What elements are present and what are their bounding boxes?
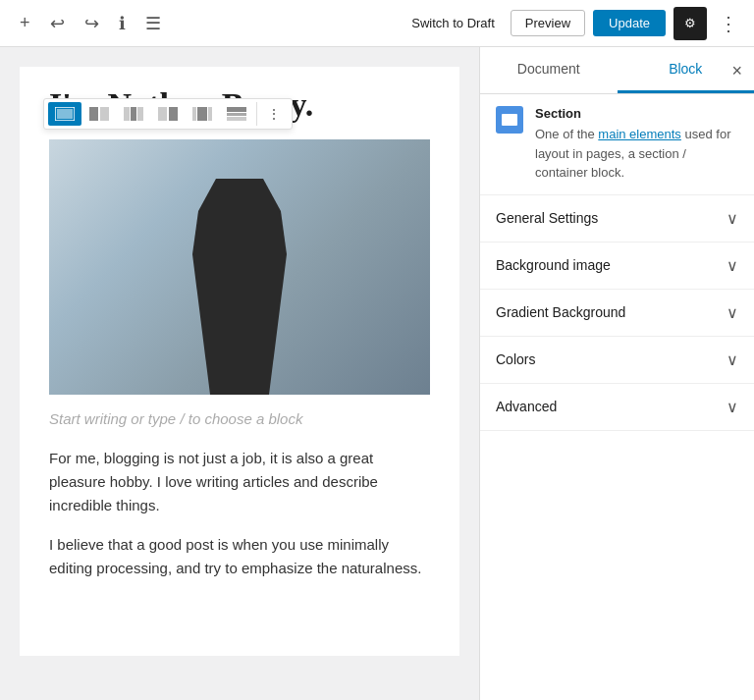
undo-button[interactable]: ↩ [42, 7, 73, 40]
svg-rect-5 [131, 107, 136, 121]
more-options-button[interactable]: ⋮ [715, 8, 742, 39]
desc-link[interactable]: main elements [598, 127, 681, 141]
svg-rect-2 [89, 107, 98, 121]
desc-start: One of the [535, 127, 598, 141]
update-button[interactable]: Update [593, 10, 666, 36]
layout-button-5[interactable] [220, 102, 253, 126]
svg-rect-1 [57, 109, 73, 119]
info-icon: ℹ [119, 13, 126, 34]
post-featured-image[interactable] [49, 139, 430, 395]
redo-button[interactable]: ↪ [77, 7, 107, 40]
chevron-down-icon: ∨ [727, 303, 738, 322]
gear-icon: ⚙ [684, 16, 696, 30]
block-type-description: One of the main elements used for layout… [535, 125, 738, 183]
accordion-title-advanced: Advanced [496, 399, 557, 414]
accordion-section-general-settings: General Settings ∨ [480, 195, 754, 242]
block-icon-inner [502, 114, 517, 126]
list-view-button[interactable]: ☰ [137, 7, 169, 40]
accordion-title-colors: Colors [496, 351, 535, 367]
svg-rect-3 [100, 107, 109, 121]
svg-rect-6 [137, 107, 143, 121]
layout-icon-1 [89, 107, 109, 121]
layout-icon-2 [124, 107, 143, 121]
accordion-header-background-image[interactable]: Background image ∨ [480, 242, 754, 289]
sidebar: Document Block × Section One of the main… [479, 47, 754, 700]
chevron-down-icon: ∨ [727, 209, 738, 228]
svg-rect-14 [227, 117, 246, 121]
block-toolbar: ⋮ [43, 98, 293, 130]
align-full-button[interactable] [48, 102, 81, 126]
block-placeholder[interactable]: Start writing or type / to choose a bloc… [49, 410, 430, 427]
switch-to-draft-button[interactable]: Switch to Draft [404, 12, 503, 34]
toolbar-divider [256, 102, 257, 126]
sidebar-close-button[interactable]: × [727, 56, 746, 84]
layout-icon-4 [192, 107, 212, 121]
editor-content: I'm Nathan Barry. Start writing or type … [20, 67, 459, 656]
svg-rect-7 [158, 107, 167, 121]
accordion-header-colors[interactable]: Colors ∨ [480, 337, 754, 383]
svg-rect-9 [192, 107, 196, 121]
svg-rect-13 [227, 113, 246, 116]
settings-button[interactable]: ⚙ [673, 7, 707, 40]
tab-document[interactable]: Document [480, 47, 618, 93]
undo-icon: ↩ [50, 13, 65, 34]
layout-button-1[interactable] [82, 102, 116, 126]
chevron-down-icon: ∨ [727, 398, 738, 416]
block-info-text: Section One of the main elements used fo… [535, 106, 738, 183]
sidebar-tabs: Document Block × [480, 47, 754, 94]
block-info-section: Section One of the main elements used fo… [480, 94, 754, 195]
accordion-title-gradient-background: Gradient Background [496, 304, 625, 320]
toolbar-right: Switch to Draft Preview Update ⚙ ⋮ [404, 7, 742, 40]
body-paragraph-1: For me, blogging is not just a job, it i… [49, 447, 430, 517]
svg-rect-4 [124, 107, 130, 121]
toolbar-left: + ↩ ↪ ℹ ☰ [12, 7, 169, 40]
accordion-header-advanced[interactable]: Advanced ∨ [480, 384, 754, 430]
layout-button-4[interactable] [186, 102, 219, 126]
accordion-section-colors: Colors ∨ [480, 337, 754, 384]
ellipsis-vertical-icon: ⋮ [267, 106, 281, 122]
block-icon [496, 106, 523, 134]
editor-area[interactable]: ⋮ I'm Nathan Barry. Start writing or typ… [0, 47, 479, 700]
accordion-title-general-settings: General Settings [496, 210, 598, 226]
accordion-section-background-image: Background image ∨ [480, 242, 754, 290]
layout-icon-5 [227, 107, 246, 121]
svg-rect-8 [169, 107, 178, 121]
block-type-title: Section [535, 106, 738, 121]
redo-icon: ↪ [84, 13, 99, 34]
align-full-icon [55, 107, 75, 121]
top-toolbar: + ↩ ↪ ℹ ☰ Switch to Draft Preview Update… [0, 0, 754, 47]
accordion-header-gradient-background[interactable]: Gradient Background ∨ [480, 290, 754, 336]
accordion-section-gradient-background: Gradient Background ∨ [480, 290, 754, 337]
layout-button-3[interactable] [151, 102, 185, 126]
svg-rect-12 [227, 107, 246, 112]
block-more-options-button[interactable]: ⋮ [260, 101, 288, 127]
accordion-title-background-image: Background image [496, 257, 611, 273]
preview-button[interactable]: Preview [511, 10, 585, 36]
main-layout: ⋮ I'm Nathan Barry. Start writing or typ… [0, 47, 754, 700]
list-icon: ☰ [145, 13, 161, 34]
post-body: For me, blogging is not just a job, it i… [49, 447, 430, 580]
chevron-down-icon: ∨ [727, 256, 738, 275]
layout-button-2[interactable] [117, 102, 150, 126]
body-paragraph-2: I believe that a good post is when you u… [49, 533, 430, 580]
accordion-sections: General Settings ∨ Background image ∨ Gr… [480, 195, 754, 431]
add-icon: + [20, 13, 30, 33]
info-button[interactable]: ℹ [111, 7, 134, 40]
svg-rect-10 [197, 107, 207, 121]
ellipsis-icon: ⋮ [719, 13, 738, 34]
svg-rect-11 [208, 107, 212, 121]
add-block-button[interactable]: + [12, 7, 38, 39]
layout-icon-3 [158, 107, 178, 121]
accordion-section-advanced: Advanced ∨ [480, 384, 754, 431]
accordion-header-general-settings[interactable]: General Settings ∨ [480, 195, 754, 242]
chevron-down-icon: ∨ [727, 350, 738, 369]
